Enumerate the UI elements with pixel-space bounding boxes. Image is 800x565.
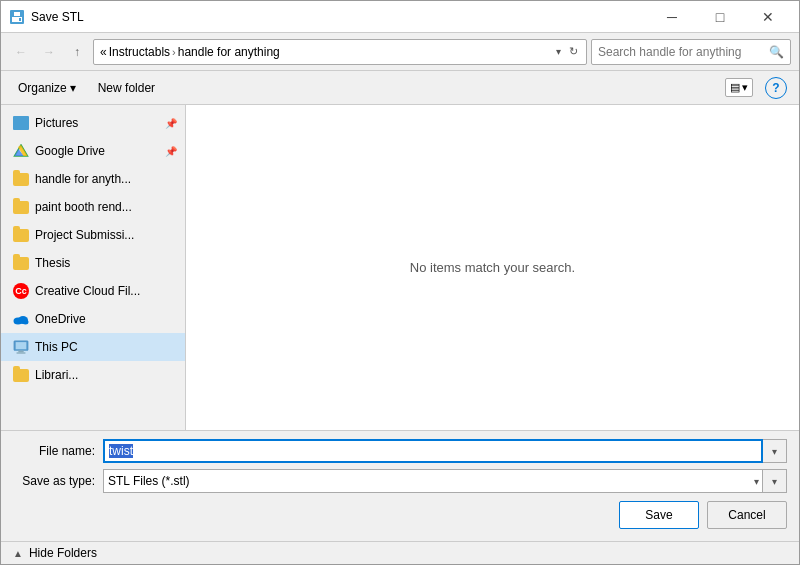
sidebar-item-this-pc[interactable]: This PC <box>1 333 185 361</box>
pin-icon: 📌 <box>165 146 177 157</box>
svg-point-9 <box>23 320 29 325</box>
hide-folders-label: Hide Folders <box>29 546 97 560</box>
breadcrumb-prefix: « <box>100 45 107 59</box>
svg-rect-12 <box>18 351 23 353</box>
view-arrow: ▾ <box>742 81 748 94</box>
sidebar: Pictures 📌 Google Drive 📌 <box>1 105 186 430</box>
forward-button[interactable]: → <box>37 40 61 64</box>
filename-input[interactable] <box>103 439 763 463</box>
address-refresh-button[interactable]: ↻ <box>567 45 580 58</box>
sidebar-item-handle-for-anything[interactable]: handle for anyth... <box>1 165 185 193</box>
breadcrumb-current[interactable]: handle for anything <box>178 45 280 59</box>
filename-dropdown-button[interactable]: ▾ <box>763 439 787 463</box>
folder-icon <box>13 171 29 187</box>
sidebar-item-label: Project Submissi... <box>35 228 134 242</box>
search-box: 🔍 <box>591 39 791 65</box>
sidebar-item-label: paint booth rend... <box>35 200 132 214</box>
svg-rect-11 <box>16 342 27 349</box>
new-folder-button[interactable]: New folder <box>93 78 160 98</box>
filename-label: File name: <box>13 444 103 458</box>
view-button[interactable]: ▤ ▾ <box>725 78 753 97</box>
save-dialog: Save STL ─ □ ✕ ← → ↑ « Instructabls › ha… <box>0 0 800 565</box>
folder-icon <box>13 367 29 383</box>
sidebar-item-label: OneDrive <box>35 312 86 326</box>
cancel-button[interactable]: Cancel <box>707 501 787 529</box>
close-button[interactable]: ✕ <box>745 3 791 31</box>
maximize-button[interactable]: □ <box>697 3 743 31</box>
filetype-input-wrap: STL Files (*.stl) ▾ ▾ <box>103 469 787 493</box>
pictures-icon <box>13 115 29 131</box>
search-input[interactable] <box>598 45 765 59</box>
organize-bar: Organize ▾ New folder ▤ ▾ ? <box>1 71 799 105</box>
sidebar-item-label: handle for anyth... <box>35 172 131 186</box>
view-icon: ▤ <box>730 81 740 94</box>
help-button[interactable]: ? <box>765 77 787 99</box>
dialog-title: Save STL <box>31 10 649 24</box>
main-panel: No items match your search. <box>186 105 799 430</box>
organize-button[interactable]: Organize ▾ <box>13 78 81 98</box>
filetype-select[interactable]: STL Files (*.stl) <box>103 469 763 493</box>
filetype-row: Save as type: STL Files (*.stl) ▾ ▾ <box>13 469 787 493</box>
gdrive-icon <box>13 143 29 159</box>
dialog-icon <box>9 9 25 25</box>
breadcrumb-separator: › <box>172 46 176 58</box>
organize-label: Organize <box>18 81 67 95</box>
folder-icon <box>13 255 29 271</box>
filetype-select-wrap: STL Files (*.stl) ▾ <box>103 469 763 493</box>
sidebar-item-creative-cloud[interactable]: Cc Creative Cloud Fil... <box>1 277 185 305</box>
sidebar-item-google-drive[interactable]: Google Drive 📌 <box>1 137 185 165</box>
sidebar-item-project-submission[interactable]: Project Submissi... <box>1 221 185 249</box>
filetype-label: Save as type: <box>13 474 103 488</box>
organize-arrow: ▾ <box>70 81 76 95</box>
svg-rect-2 <box>14 12 20 16</box>
hide-folders-bar[interactable]: ▲ Hide Folders <box>1 541 799 564</box>
content-area: Pictures 📌 Google Drive 📌 <box>1 105 799 430</box>
breadcrumb-root[interactable]: Instructabls <box>109 45 170 59</box>
navigation-toolbar: ← → ↑ « Instructabls › handle for anythi… <box>1 33 799 71</box>
search-icon: 🔍 <box>769 45 784 59</box>
folder-icon <box>13 227 29 243</box>
minimize-button[interactable]: ─ <box>649 3 695 31</box>
filetype-dropdown-button[interactable]: ▾ <box>763 469 787 493</box>
breadcrumb: « Instructabls › handle for anything <box>100 45 550 59</box>
sidebar-item-label: Thesis <box>35 256 70 270</box>
sidebar-item-onedrive[interactable]: OneDrive <box>1 305 185 333</box>
bottom-bar: File name: ▾ Save as type: STL Files (*.… <box>1 430 799 541</box>
sidebar-item-label: Google Drive <box>35 144 105 158</box>
back-button[interactable]: ← <box>9 40 33 64</box>
sidebar-item-libraries[interactable]: Librari... <box>1 361 185 389</box>
cc-icon: Cc <box>13 283 29 299</box>
pc-icon <box>13 339 29 355</box>
sidebar-item-label: Pictures <box>35 116 78 130</box>
chevron-up-icon: ▲ <box>13 548 23 559</box>
sidebar-item-paint-booth[interactable]: paint booth rend... <box>1 193 185 221</box>
empty-message: No items match your search. <box>410 260 575 275</box>
sidebar-item-pictures[interactable]: Pictures 📌 <box>1 109 185 137</box>
up-button[interactable]: ↑ <box>65 40 89 64</box>
pin-icon: 📌 <box>165 118 177 129</box>
onedrive-icon <box>13 311 29 327</box>
filename-row: File name: ▾ <box>13 439 787 463</box>
action-row: Save Cancel <box>13 501 787 533</box>
svg-rect-3 <box>19 18 21 21</box>
window-controls: ─ □ ✕ <box>649 3 791 31</box>
sidebar-item-label: Creative Cloud Fil... <box>35 284 140 298</box>
address-bar: « Instructabls › handle for anything ▾ ↻ <box>93 39 587 65</box>
title-bar: Save STL ─ □ ✕ <box>1 1 799 33</box>
folder-icon <box>13 199 29 215</box>
filename-input-wrap: ▾ <box>103 439 787 463</box>
sidebar-item-label: This PC <box>35 340 78 354</box>
svg-rect-13 <box>17 352 26 353</box>
address-dropdown-button[interactable]: ▾ <box>554 46 563 57</box>
sidebar-item-thesis[interactable]: Thesis <box>1 249 185 277</box>
sidebar-item-label: Librari... <box>35 368 78 382</box>
save-button[interactable]: Save <box>619 501 699 529</box>
